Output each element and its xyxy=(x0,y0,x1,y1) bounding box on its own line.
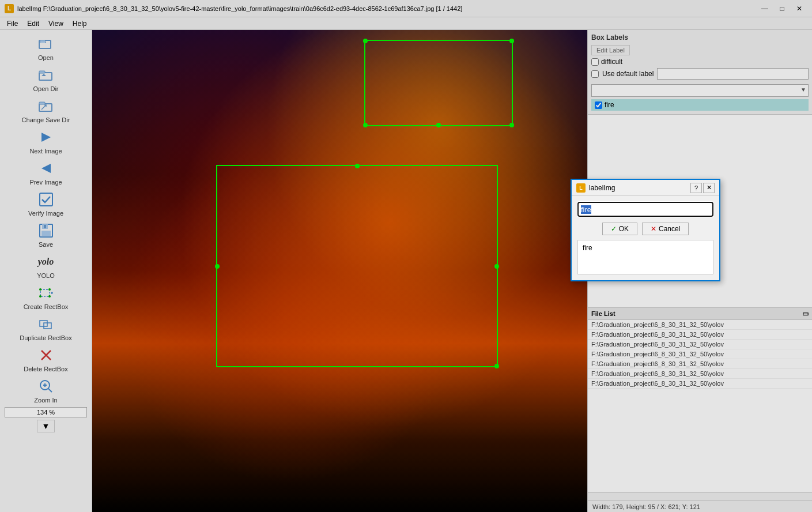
file-list-item-6[interactable]: F:\Graduation_project\6_8_30_31_32_50\yo… xyxy=(588,379,812,389)
cancel-x-icon: ✕ xyxy=(651,225,656,233)
tool-open-label: Open xyxy=(38,54,54,61)
modal-label-input[interactable] xyxy=(577,202,713,217)
modal-title-text: labelImg xyxy=(589,184,690,192)
tool-zoom-in-label: Zoom In xyxy=(34,397,57,404)
file-list-title: File List xyxy=(591,310,615,317)
next-image-icon xyxy=(37,128,55,146)
tool-next-image-label: Next Image xyxy=(29,148,62,155)
tool-verify-image-label: Verify Image xyxy=(28,210,63,217)
svg-marker-7 xyxy=(41,164,51,173)
tool-open-dir[interactable]: Open Dir xyxy=(0,63,92,95)
default-label-input[interactable] xyxy=(657,68,809,80)
dropdown-wrapper: ▼ xyxy=(591,82,809,97)
tool-duplicate-rectbox[interactable]: Duplicate RectBox xyxy=(0,313,92,344)
scroll-down-nav[interactable]: ▼ xyxy=(36,419,56,434)
modal-label-item-fire[interactable]: fire xyxy=(580,243,711,253)
svg-rect-8 xyxy=(40,193,52,206)
menu-file[interactable]: File xyxy=(2,18,22,29)
menu-bar: File Edit View Help xyxy=(0,17,812,30)
file-list-item-3[interactable]: F:\Graduation_project\6_8_30_31_32_50\yo… xyxy=(588,349,812,359)
change-save-dir-icon xyxy=(37,97,55,115)
tool-yolo-label: YOLO xyxy=(37,272,55,279)
use-default-label-text: Use default label xyxy=(602,70,654,78)
canvas-image xyxy=(92,30,587,512)
zoom-in-icon xyxy=(37,377,55,396)
label-fire-checkbox[interactable] xyxy=(595,101,602,109)
svg-rect-1 xyxy=(40,40,45,43)
modal-ok-button[interactable]: ✓ OK xyxy=(602,223,637,235)
menu-edit[interactable]: Edit xyxy=(22,18,44,29)
tool-save[interactable]: Save xyxy=(0,219,92,250)
tool-zoom-in[interactable]: Zoom In xyxy=(0,375,92,406)
file-list-content[interactable]: F:\Graduation_project\6_8_30_31_32_50\yo… xyxy=(588,320,812,492)
tool-next-image[interactable]: Next Image xyxy=(0,126,92,157)
file-list-header: File List ▭ xyxy=(588,308,812,320)
tool-create-rectbox[interactable]: Create RectBox xyxy=(0,281,92,313)
yolo-icon: yolo xyxy=(37,253,55,271)
file-list-restore-icon[interactable]: ▭ xyxy=(802,310,809,318)
ok-label: OK xyxy=(619,225,629,233)
tool-create-rectbox-label: Create RectBox xyxy=(24,303,69,310)
tool-verify-image[interactable]: Verify Image xyxy=(0,188,92,219)
svg-point-16 xyxy=(39,295,41,298)
delete-rectbox-icon xyxy=(37,346,55,364)
svg-point-15 xyxy=(48,288,51,291)
menu-help[interactable]: Help xyxy=(68,18,92,29)
difficult-label: difficult xyxy=(601,58,622,66)
zoom-level-display: 134 % xyxy=(5,407,87,417)
tool-change-save-dir[interactable]: Change Save Dir xyxy=(0,95,92,126)
duplicate-rectbox-icon xyxy=(37,315,55,333)
modal-close-btn[interactable]: ✕ xyxy=(703,183,715,193)
file-list-item-2[interactable]: F:\Graduation_project\6_8_30_31_32_50\yo… xyxy=(588,340,812,349)
label-fire-text: fire xyxy=(605,101,614,109)
maximize-button[interactable]: □ xyxy=(774,2,790,15)
svg-rect-13 xyxy=(40,289,50,296)
canvas-area[interactable] xyxy=(92,30,587,512)
file-list-item-4[interactable]: F:\Graduation_project\6_8_30_31_32_50\yo… xyxy=(588,359,812,369)
label-item-fire[interactable]: fire xyxy=(591,99,809,111)
use-default-label-checkbox[interactable] xyxy=(591,70,599,78)
tool-yolo[interactable]: yolo YOLO xyxy=(0,250,92,281)
tool-open[interactable]: Open xyxy=(0,32,92,63)
fire-overlay xyxy=(92,30,587,512)
tool-delete-rectbox-label: Delete RectBox xyxy=(24,366,67,372)
file-list-item-5[interactable]: F:\Graduation_project\6_8_30_31_32_50\yo… xyxy=(588,369,812,379)
prev-image-icon xyxy=(37,159,55,178)
title-text: labelImg F:\Graduation_project\6_8_30_31… xyxy=(17,5,757,12)
title-bar: L labelImg F:\Graduation_project\6_8_30_… xyxy=(0,0,812,17)
difficult-row: difficult xyxy=(591,58,809,66)
modal-label-list[interactable]: fire xyxy=(577,240,713,274)
edit-label-button[interactable]: Edit Label xyxy=(591,45,630,55)
difficult-checkbox[interactable] xyxy=(591,58,599,66)
label-dropdown[interactable] xyxy=(591,84,809,97)
box-labels-section: Box Labels Edit Label difficult Use defa… xyxy=(588,30,812,115)
file-list-item-1[interactable]: F:\Graduation_project\6_8_30_31_32_50\yo… xyxy=(588,330,812,340)
modal-title-controls: ? ✕ xyxy=(690,183,715,193)
file-list-hscroll[interactable] xyxy=(588,492,812,500)
svg-rect-2 xyxy=(39,73,52,80)
status-text: Width: 179, Height: 95 / X: 621; Y: 121 xyxy=(592,503,700,510)
scroll-down-btn[interactable]: ▼ xyxy=(37,420,55,432)
tool-save-label: Save xyxy=(39,241,53,248)
window-controls: — □ ✕ xyxy=(757,2,807,15)
modal-question-btn[interactable]: ? xyxy=(690,183,702,193)
app-icon: L xyxy=(5,4,14,13)
modal-buttons: ✓ OK ✕ Cancel xyxy=(577,223,713,235)
modal-dialog[interactable]: L labelImg ? ✕ ✓ OK ✕ Cancel fire xyxy=(571,179,720,281)
tool-duplicate-rectbox-label: Duplicate RectBox xyxy=(20,334,72,341)
ok-checkmark-icon: ✓ xyxy=(611,225,617,233)
file-list-section: File List ▭ F:\Graduation_project\6_8_30… xyxy=(588,307,812,500)
file-list-item-0[interactable]: F:\Graduation_project\6_8_30_31_32_50\yo… xyxy=(588,320,812,330)
tool-prev-image[interactable]: Prev Image xyxy=(0,157,92,188)
cancel-label: Cancel xyxy=(659,225,680,233)
close-button[interactable]: ✕ xyxy=(791,2,807,15)
status-bar: Width: 179, Height: 95 / X: 621; Y: 121 xyxy=(588,500,812,512)
tool-prev-image-label: Prev Image xyxy=(29,179,62,186)
modal-cancel-button[interactable]: ✕ Cancel xyxy=(642,223,689,235)
svg-rect-3 xyxy=(39,71,45,73)
menu-view[interactable]: View xyxy=(44,18,68,29)
modal-title-bar: L labelImg ? ✕ xyxy=(572,180,719,196)
tool-delete-rectbox[interactable]: Delete RectBox xyxy=(0,344,92,375)
svg-rect-12 xyxy=(44,225,46,228)
minimize-button[interactable]: — xyxy=(757,2,773,15)
